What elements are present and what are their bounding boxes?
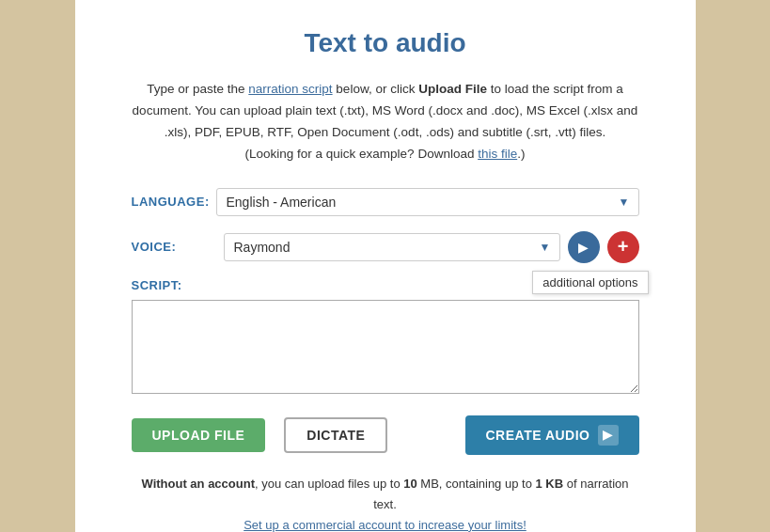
voice-label: VOICE:: [132, 240, 216, 254]
main-content: Text to audio Type or paste the narratio…: [75, 0, 696, 532]
footer-text-limit: 1 KB: [536, 477, 564, 491]
footer-note: Without an account, you can upload files…: [132, 474, 639, 532]
play-icon: ▶: [578, 240, 589, 255]
language-select[interactable]: English - American English - British Spa…: [216, 188, 639, 216]
voice-select-wrapper: Raymond Alice Bob Carol ▼: [224, 233, 560, 261]
script-textarea[interactable]: [132, 300, 639, 394]
plus-button-wrapper: + additional options: [607, 231, 639, 263]
play-voice-button[interactable]: ▶: [568, 231, 600, 263]
create-audio-label: CREATE AUDIO: [486, 428, 590, 443]
plus-icon: +: [618, 236, 629, 258]
language-row: LANGUAGE: English - American English - B…: [132, 188, 639, 216]
upload-file-button[interactable]: UPLOAD FILE: [132, 418, 266, 452]
script-section: SCRIPT:: [132, 278, 639, 397]
voice-row: VOICE: Raymond Alice Bob Carol ▼ ▶ + add…: [132, 231, 639, 263]
voice-select[interactable]: Raymond Alice Bob Carol: [224, 233, 560, 261]
commercial-account-link[interactable]: Set up a commercial account to increase …: [244, 518, 526, 532]
description: Type or paste the narration script below…: [132, 79, 639, 165]
footer-without-account: Without an account: [142, 477, 256, 491]
page-title: Text to audio: [132, 28, 639, 58]
buttons-row: UPLOAD FILE DICTATE CREATE AUDIO ▶: [132, 415, 639, 455]
create-audio-play-icon: ▶: [598, 425, 619, 446]
language-label: LANGUAGE:: [132, 195, 216, 209]
footer-size-limit: 10: [403, 477, 416, 491]
create-audio-button[interactable]: CREATE AUDIO ▶: [465, 415, 639, 455]
this-file-link[interactable]: this file: [478, 147, 517, 161]
additional-options-tooltip: additional options: [532, 271, 648, 294]
language-select-wrapper: English - American English - British Spa…: [216, 188, 639, 216]
narration-script-link[interactable]: narration script: [248, 82, 332, 96]
dictate-button[interactable]: DICTATE: [284, 417, 387, 453]
additional-options-button[interactable]: +: [607, 231, 639, 263]
